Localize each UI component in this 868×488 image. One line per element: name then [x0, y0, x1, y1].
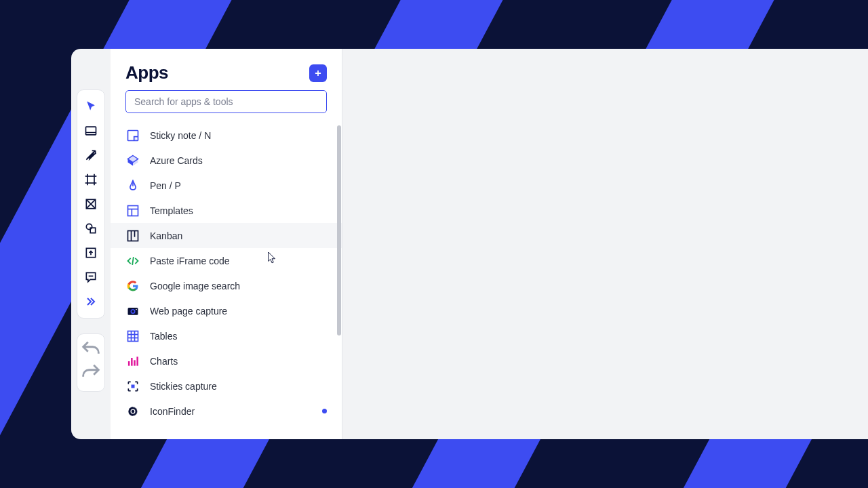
app-item-label: Kanban [150, 230, 327, 241]
app-item-charts[interactable]: Charts [111, 348, 342, 373]
svg-point-7 [86, 224, 92, 229]
app-item-pen[interactable]: Pen / P [111, 173, 342, 198]
capture-icon [125, 379, 140, 394]
app-item-iframe[interactable]: Paste iFrame code [111, 248, 342, 273]
tool-shape[interactable] [79, 217, 102, 240]
app-item-label: Tables [150, 331, 327, 342]
google-icon [125, 279, 140, 293]
app-item-label: IconFinder [150, 406, 313, 417]
app-item-tables[interactable]: Tables [111, 323, 342, 348]
app-item-label: Google image search [150, 281, 327, 291]
svg-rect-0 [86, 127, 96, 135]
kanban-icon [125, 228, 140, 243]
app-item-label: Web page capture [150, 306, 327, 317]
table-icon [125, 329, 140, 344]
app-item-label: Sticky note / N [150, 130, 327, 141]
tool-placeholder-box[interactable] [79, 192, 102, 216]
tool-more[interactable] [79, 290, 102, 313]
tool-comment[interactable] [79, 266, 102, 289]
camera-icon [125, 304, 140, 319]
app-item-label: Pen / P [150, 180, 327, 191]
tool-select[interactable] [79, 95, 102, 118]
app-item-templates[interactable]: Templates [111, 198, 342, 223]
tool-frame[interactable] [79, 168, 102, 191]
template-icon [125, 203, 140, 218]
tool-rail [77, 89, 105, 319]
sticky-icon [125, 128, 140, 143]
tool-upload[interactable] [79, 241, 102, 264]
apps-panel: Apps Sticky note / NAzure CardsPen / PTe… [111, 49, 342, 439]
app-item-stickcap[interactable]: Stickies capture [111, 373, 342, 399]
app-item-sticky[interactable]: Sticky note / N [111, 123, 342, 148]
tool-arrow[interactable] [79, 144, 102, 167]
iconf-icon [125, 404, 140, 419]
new-indicator-dot [322, 409, 327, 413]
app-window: Apps Sticky note / NAzure CardsPen / PTe… [71, 49, 868, 439]
canvas-area[interactable] [342, 49, 868, 439]
app-item-label: Stickies capture [150, 381, 327, 392]
azure-icon [125, 153, 140, 168]
history-rail [77, 333, 105, 392]
redo-button[interactable] [79, 361, 102, 384]
search-input[interactable] [125, 90, 327, 113]
pen-icon [125, 178, 140, 193]
apps-list: Sticky note / NAzure CardsPen / PTemplat… [111, 121, 342, 439]
undo-button[interactable] [79, 338, 102, 361]
app-item-label: Charts [150, 356, 327, 367]
app-item-webcap[interactable]: Web page capture [111, 298, 342, 323]
scrollbar-thumb[interactable] [337, 125, 341, 336]
chart-icon [125, 354, 140, 369]
app-item-gimage[interactable]: Google image search [111, 273, 342, 298]
add-app-button[interactable] [309, 64, 327, 82]
app-item-label: Paste iFrame code [150, 256, 327, 266]
app-item-azure[interactable]: Azure Cards [111, 148, 342, 173]
app-item-label: Templates [150, 205, 327, 216]
app-item-iconfinder[interactable]: IconFinder [111, 399, 342, 424]
code-icon [125, 253, 140, 268]
panel-title: Apps [125, 62, 168, 83]
app-item-kanban[interactable]: Kanban [111, 223, 342, 248]
tool-card[interactable] [79, 119, 102, 142]
app-item-label: Azure Cards [150, 155, 327, 166]
